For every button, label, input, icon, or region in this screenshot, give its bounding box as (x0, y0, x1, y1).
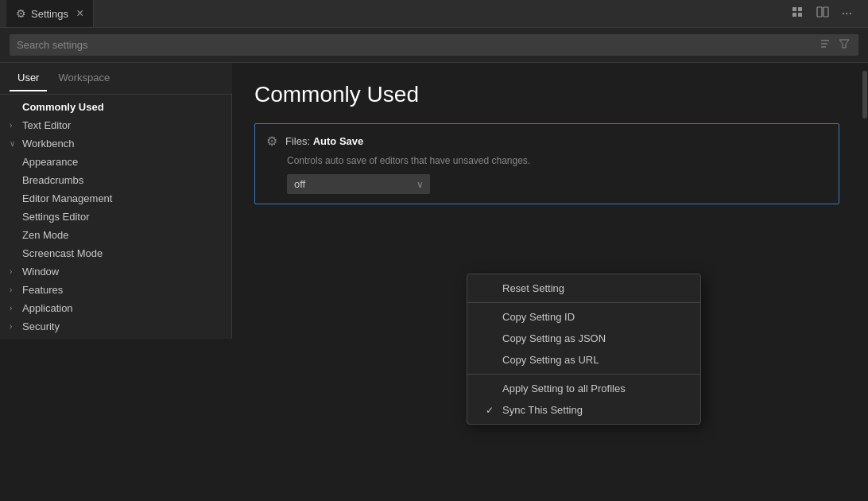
sidebar-item-appearance[interactable]: Appearance (0, 153, 231, 171)
split-editor-button[interactable] (813, 4, 832, 23)
sidebar-item-label: Window (22, 266, 59, 278)
context-menu-item-apply-profiles[interactable]: Apply Setting to all Profiles (467, 378, 700, 399)
context-menu-label-reset: Reset Setting (502, 282, 564, 294)
svg-marker-9 (839, 40, 849, 48)
sidebar-item-label: Appearance (22, 156, 78, 168)
sidebar-item-workbench[interactable]: ∨ Workbench (0, 134, 231, 153)
sidebar-item-settings-editor[interactable]: Settings Editor (0, 208, 231, 226)
sidebar-item-label: Screencast Mode (22, 247, 103, 259)
sidebar-item-screencast-mode[interactable]: Screencast Mode (0, 244, 231, 262)
select-wrapper: off afterDelay onFocusChange onWindowCha… (287, 174, 430, 194)
setting-title: Files: Auto Save (285, 135, 363, 147)
content-row: User Workspace Last synced: 0 secs ago C… (0, 63, 868, 501)
chevron-right-icon: › (10, 121, 19, 130)
autosave-select[interactable]: off afterDelay onFocusChange onWindowCha… (287, 174, 430, 194)
context-menu-divider-2 (467, 374, 700, 375)
sidebar-item-label: Application (22, 302, 73, 314)
tab-bar: ⚙ Settings × ··· (0, 0, 868, 28)
context-menu: Reset Setting Copy Setting ID Copy Setti… (467, 274, 701, 425)
setting-row-header: ⚙ Files: Auto Save (266, 134, 827, 149)
context-menu-item-reset[interactable]: Reset Setting (467, 278, 700, 299)
settings-tab-close[interactable]: × (76, 7, 83, 20)
chevron-right-icon: › (10, 267, 19, 276)
context-menu-label-apply-profiles: Apply Setting to all Profiles (502, 383, 626, 394)
chevron-right-icon: › (10, 285, 19, 294)
search-icons (818, 38, 851, 52)
svg-rect-3 (798, 13, 802, 17)
context-menu-item-copy-id[interactable]: Copy Setting ID (467, 306, 700, 328)
sidebar-item-label: Breadcrumbs (22, 174, 83, 186)
left-panel: User Workspace Last synced: 0 secs ago C… (0, 63, 232, 501)
more-actions-button[interactable]: ··· (839, 5, 855, 22)
sidebar-item-editor-management[interactable]: Editor Management (0, 189, 231, 208)
search-bar (0, 28, 868, 63)
sidebar-item-label: Zen Mode (22, 229, 69, 241)
settings-scope-tabs: User Workspace Last synced: 0 secs ago (0, 63, 232, 95)
chevron-down-icon: ∨ (10, 139, 19, 148)
svg-rect-5 (823, 7, 828, 17)
settings-section-heading: Commonly Used (254, 82, 839, 107)
layout1-button[interactable] (788, 4, 807, 23)
sidebar-item-label: Security (22, 320, 60, 332)
sidebar-item-text-editor[interactable]: › Text Editor (0, 116, 231, 134)
context-menu-divider-1 (467, 302, 700, 303)
svg-rect-4 (817, 7, 822, 17)
sidebar-item-label: Text Editor (22, 119, 71, 131)
nav-section: Commonly Used › Text Editor ∨ Workbench … (0, 95, 231, 339)
sidebar-item-application[interactable]: › Application (0, 299, 231, 317)
settings-tab[interactable]: ⚙ Settings × (6, 0, 94, 27)
setting-control: off afterDelay onFocusChange onWindowCha… (266, 174, 827, 194)
svg-rect-0 (792, 7, 796, 11)
sidebar-item-breadcrumbs[interactable]: Breadcrumbs (0, 171, 231, 189)
sidebar-item-features[interactable]: › Features (0, 281, 231, 299)
chevron-right-icon: › (10, 304, 19, 313)
context-menu-label-copy-url: Copy Setting as URL (502, 354, 599, 366)
settings-tab-icon: ⚙ (16, 7, 26, 20)
context-menu-item-copy-url[interactable]: Copy Setting as URL (467, 349, 700, 371)
context-menu-label-copy-json: Copy Setting as JSON (502, 332, 606, 344)
setting-row-autosave: ⚙ Files: Auto Save Controls auto save of… (254, 123, 839, 204)
sidebar-item-label: Commonly Used (22, 101, 104, 113)
settings-tab-label: Settings (31, 8, 68, 20)
svg-rect-2 (792, 13, 796, 17)
sidebar-nav: Commonly Used › Text Editor ∨ Workbench … (0, 95, 232, 339)
context-menu-item-copy-json[interactable]: Copy Setting as JSON (467, 328, 700, 349)
context-menu-label-sync: Sync This Setting (502, 404, 583, 416)
settings-main-content: Commonly Used ⚙ Files: Auto Save Control… (232, 63, 862, 501)
context-menu-item-sync[interactable]: ✓ Sync This Setting (467, 399, 700, 421)
search-input[interactable] (17, 39, 818, 51)
context-menu-label-copy-id: Copy Setting ID (502, 311, 575, 323)
sidebar-item-label: Features (22, 284, 63, 296)
check-mark-sync: ✓ (483, 405, 496, 416)
search-input-wrapper (10, 34, 858, 56)
tab-actions: ··· (781, 4, 862, 23)
tab-workspace[interactable]: Workspace (50, 65, 118, 91)
filter-button[interactable] (837, 38, 851, 52)
sidebar-item-commonly-used[interactable]: Commonly Used (0, 98, 231, 116)
tab-user[interactable]: User (10, 65, 47, 91)
svg-rect-1 (798, 7, 802, 11)
sidebar-item-security[interactable]: › Security (0, 317, 231, 336)
clear-search-button[interactable] (818, 38, 832, 52)
sidebar-item-label: Workbench (22, 138, 75, 150)
setting-gear-icon[interactable]: ⚙ (266, 134, 277, 149)
scrollbar-thumb[interactable] (862, 71, 867, 118)
sidebar-item-window[interactable]: › Window (0, 262, 231, 281)
chevron-right-icon: › (10, 322, 19, 331)
sidebar-item-zen-mode[interactable]: Zen Mode (0, 226, 231, 244)
setting-description: Controls auto save of editors that have … (266, 155, 827, 166)
app-container: ⚙ Settings × ··· (0, 0, 868, 501)
scrollbar-track[interactable] (862, 63, 868, 501)
sidebar-item-label: Editor Management (22, 192, 112, 204)
setting-title-bold: Auto Save (313, 135, 364, 147)
sidebar-item-label: Settings Editor (22, 211, 90, 223)
